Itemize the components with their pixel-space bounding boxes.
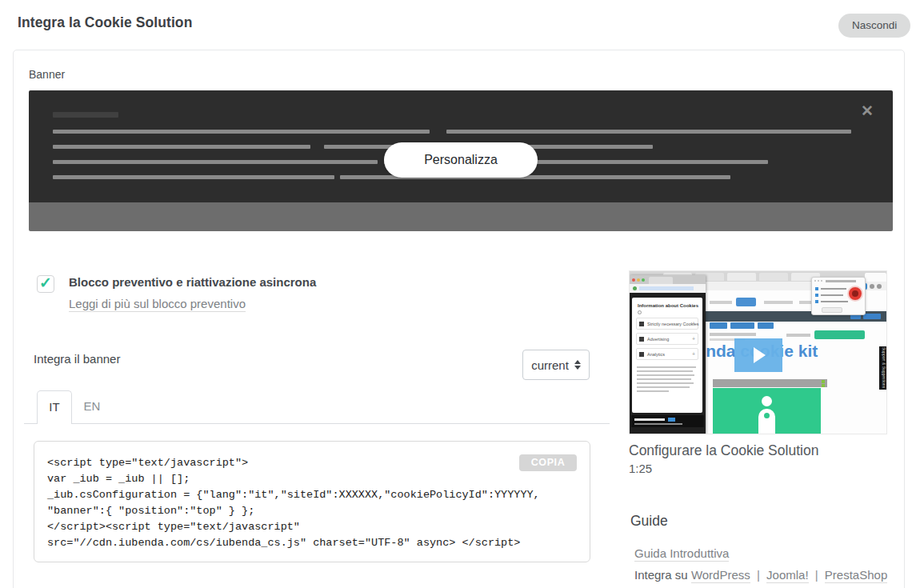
browser-tab: [727, 273, 756, 281]
skeleton-line: [53, 145, 310, 149]
embed-code: <script type="text/javascript">var _iub …: [47, 455, 578, 551]
text-placeholder: [637, 370, 693, 372]
action-chip: [758, 322, 774, 329]
text-placeholder: [821, 301, 848, 302]
selection-chip: [822, 307, 842, 313]
play-button[interactable]: [734, 338, 782, 372]
browser-toolbar-icon: [870, 284, 874, 289]
banner-preview: Personalizza ✕: [29, 90, 893, 231]
category-icon: [639, 337, 644, 342]
checkmark-icon: ✓: [39, 274, 52, 292]
guide-link-joomla[interactable]: Joomla!: [766, 568, 809, 583]
guide-link-prestashop[interactable]: PrestaShop: [825, 568, 887, 583]
support-tab: Support & Suggestions: [879, 346, 887, 390]
skeleton-title-line: [53, 112, 118, 118]
separator: |: [812, 568, 822, 582]
iubenda-logo-head: [762, 396, 772, 406]
preview-window-bar: [713, 379, 827, 387]
category-icon: [639, 352, 644, 357]
guides-integrate-row: Integra su WordPress | Joomla! | PrestaS…: [634, 568, 887, 582]
cookie-category-row: Analytics +: [636, 348, 698, 360]
skeleton-line: [53, 130, 430, 134]
action-chip: [730, 322, 754, 329]
cookie-modal: Information about Cookies Strictly neces…: [632, 298, 702, 413]
integrate-prefix: Integra su: [634, 568, 688, 582]
iubenda-logo-hole: [764, 413, 770, 418]
select-arrows-icon: [574, 360, 581, 370]
cookie-category-row: Strictly necessary Cookies +: [636, 318, 698, 330]
admin-bar-chip: [863, 314, 881, 319]
mini-tab: [649, 277, 673, 284]
url-text-placeholder: [639, 286, 694, 290]
guide-link-wordpress[interactable]: WordPress: [691, 568, 750, 583]
video-title: Configurare la Cookie Solution: [629, 442, 818, 459]
skeleton-line: [53, 175, 334, 179]
expand-icon: +: [692, 336, 695, 342]
cookie-category-row: Advertising +: [636, 333, 698, 345]
page-title: Integra la Cookie Solution: [18, 14, 192, 31]
nav-text-placeholder: [710, 301, 732, 304]
tab-it[interactable]: IT: [37, 390, 72, 424]
record-button-center: [852, 290, 858, 297]
text-placeholder: [637, 382, 694, 384]
foreground-browser-window: Information about Cookies Strictly neces…: [630, 275, 706, 434]
expand-icon: +: [692, 321, 695, 326]
traffic-light-yellow: [637, 278, 640, 282]
hide-button[interactable]: Nascondi: [838, 14, 910, 38]
text-placeholder: [637, 366, 696, 368]
text-placeholder: [710, 333, 756, 336]
check-placeholder: [815, 287, 818, 290]
record-button: [847, 286, 863, 302]
privacy-policy-chip: [814, 330, 865, 339]
cookie-modal-title: Information about Cookies: [638, 303, 698, 308]
copy-button[interactable]: COPIA: [519, 454, 577, 471]
embed-code-block[interactable]: <script type="text/javascript">var _iub …: [34, 441, 590, 562]
text-placeholder: [786, 334, 810, 337]
category-icon: [639, 322, 644, 326]
guide-intro-link[interactable]: Guida Introduttiva: [634, 546, 729, 562]
popup-dot: [821, 280, 822, 282]
popup-dot: [814, 280, 816, 282]
guides-heading: Guide: [630, 513, 668, 530]
skeleton-line: [53, 160, 378, 164]
browser-tab: [759, 273, 788, 281]
text-placeholder: [637, 390, 669, 392]
preventive-block-link[interactable]: Leggi di più sul blocco preventivo: [69, 297, 246, 312]
action-chip: [710, 322, 727, 329]
text-placeholder: [637, 386, 690, 388]
text-placeholder: [637, 378, 691, 380]
text-placeholder: [634, 423, 682, 425]
text-placeholder: [821, 288, 846, 290]
preventive-block-label: Blocco preventivo e riattivazione asincr…: [69, 275, 316, 289]
popup-title-placeholder: [826, 280, 856, 282]
preventive-block-checkbox[interactable]: ✓: [37, 275, 54, 293]
text-placeholder: [637, 374, 694, 376]
text-placeholder: [634, 418, 665, 421]
modal-footer-bar: [631, 415, 704, 427]
version-select-value: current: [531, 358, 569, 372]
banner-section-label: Banner: [29, 68, 65, 81]
video-thumbnail[interactable]: iubenda cookie kit Support & Suggestions: [629, 270, 887, 434]
version-select[interactable]: current: [522, 350, 590, 380]
text-placeholder: [821, 294, 843, 296]
skeleton-line: [446, 130, 851, 134]
nav-active-chip: [736, 298, 756, 306]
tabs-divider: [24, 423, 610, 424]
green-dot: [822, 380, 825, 383]
popup-dot: [818, 280, 819, 282]
check-placeholder: [815, 294, 818, 297]
refresh-icon: [638, 310, 642, 314]
page: Integra la Cookie Solution Nascondi Bann…: [0, 0, 924, 588]
browser-tab-active: [865, 273, 886, 282]
mini-chip: [668, 418, 675, 422]
check-placeholder: [815, 300, 818, 303]
play-icon: [754, 347, 766, 363]
banner-preview-footer-bar: [29, 202, 893, 231]
embed-banner-label: Integra il banner: [34, 352, 120, 366]
tab-en[interactable]: EN: [74, 391, 110, 423]
separator: |: [754, 568, 763, 582]
traffic-light-green: [642, 278, 645, 282]
close-icon[interactable]: ✕: [856, 100, 878, 122]
expand-icon: +: [692, 351, 695, 357]
customize-button[interactable]: Personalizza: [384, 142, 538, 178]
